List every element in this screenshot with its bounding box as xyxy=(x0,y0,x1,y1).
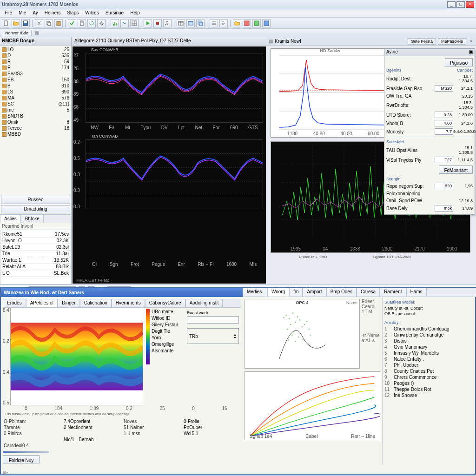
paste-icon[interactable] xyxy=(54,19,63,27)
window-icon[interactable] xyxy=(186,19,195,27)
stop-icon[interactable] xyxy=(153,19,162,27)
minimize-button[interactable]: _ xyxy=(447,1,456,8)
copy-icon[interactable] xyxy=(45,19,53,27)
fdmpanant-button[interactable]: FdMpanant xyxy=(439,165,473,174)
list-item[interactable]: 11Theppe Dolos Rot xyxy=(384,386,473,392)
lines-chart[interactable]: Sgnep 1e4CabelRarr – 1llne xyxy=(245,371,380,440)
prop-input[interactable] xyxy=(435,112,453,118)
list-item[interactable]: 4Gvio Manomavy xyxy=(384,344,473,350)
bw-tab[interactable]: Hams xyxy=(406,288,427,297)
bw-tab[interactable]: Dinger xyxy=(58,299,79,307)
tree-item[interactable]: B310 xyxy=(1,83,70,89)
bw-tab[interactable]: Medies. xyxy=(243,288,267,297)
list-item[interactable]: 9Chrers Commmonce xyxy=(384,374,473,380)
tree-view[interactable]: LO25D535P59P174SeatS3EB150B310LS690MA576… xyxy=(0,46,71,195)
tab-bhfoke[interactable]: Bhfoke xyxy=(21,215,44,223)
bw-tab[interactable]: Erodes xyxy=(3,299,26,307)
bw-tab[interactable]: Ramrent xyxy=(380,288,406,297)
table-row[interactable]: L OSL.Bek xyxy=(1,270,70,277)
prop-input[interactable] xyxy=(435,157,453,163)
spin-up-icon[interactable]: ▲ xyxy=(233,333,237,336)
table-row[interactable]: Rkome5117.5es xyxy=(1,231,70,238)
list-item[interactable]: OB Bs posouent xyxy=(384,311,473,317)
grid-icon[interactable] xyxy=(130,19,139,27)
tree-item[interactable]: P59 xyxy=(1,59,70,65)
pigasiso-button[interactable]: Pigasiso xyxy=(445,58,473,66)
folricte-button[interactable]: Folricte Nuy xyxy=(3,455,40,463)
table-row[interactable]: HvyonLO02.3K xyxy=(1,238,70,244)
table-row[interactable]: Relabt ALA88.Blk xyxy=(1,264,70,270)
list-item[interactable]: 8County Cnaties Pet xyxy=(384,368,473,374)
menu-file[interactable]: File xyxy=(2,9,15,17)
tree-item[interactable]: LS690 xyxy=(1,89,70,95)
prop-input[interactable] xyxy=(435,120,453,126)
tree-item[interactable]: me5 xyxy=(1,107,70,113)
window2-icon[interactable] xyxy=(196,19,205,27)
bw-tab[interactable]: Hvernments xyxy=(112,299,145,307)
tree-item[interactable]: SNDTB xyxy=(1,113,70,119)
bw-tab[interactable]: fm xyxy=(289,288,303,297)
bar-icon[interactable] xyxy=(210,19,218,27)
tree-item[interactable]: Fervee18 xyxy=(1,125,70,131)
open-icon[interactable] xyxy=(12,19,20,27)
nonver-tab[interactable]: Nonver IBde xyxy=(2,30,32,36)
maximize-button[interactable]: □ xyxy=(456,1,465,8)
prop-input[interactable] xyxy=(435,128,453,135)
list-item[interactable]: 6Nalee Enfalty . xyxy=(384,356,473,362)
opts-icon[interactable]: ▾ xyxy=(468,39,474,44)
list-item[interactable]: 5Irinsasiy Wy. Mardelts xyxy=(384,350,473,356)
bw-tab[interactable]: Woorg xyxy=(267,288,289,297)
bw-tab[interactable]: Caresa xyxy=(357,288,380,297)
tab-sete[interactable]: Sete Fersta xyxy=(408,38,436,45)
tree-item[interactable]: MBBD xyxy=(1,131,70,137)
russeo-button[interactable]: Russeo xyxy=(1,196,70,204)
menu-help[interactable]: Help xyxy=(127,9,143,17)
prop-input[interactable] xyxy=(435,205,453,212)
table-row[interactable]: Trie11.3aI xyxy=(1,251,70,257)
tab-mepasolele[interactable]: MePasolele xyxy=(438,38,466,45)
tree-item[interactable]: D535 xyxy=(1,53,70,59)
table-icon[interactable] xyxy=(177,19,185,27)
list-item[interactable]: 1Gheronimandhs Comlquag xyxy=(384,326,473,332)
tree-item[interactable]: Omik8 xyxy=(1,119,70,125)
prop-close-icon[interactable]: ▣ xyxy=(469,49,473,55)
list-item[interactable]: Nanuty et -st, Docer: xyxy=(384,305,473,311)
tree-item[interactable]: MA576 xyxy=(1,95,70,101)
white-chart[interactable]: HD Sandw 118040.8040.0060.00 xyxy=(271,48,390,138)
bw-tab[interactable]: APeloies of xyxy=(26,299,58,307)
play-icon[interactable] xyxy=(144,19,152,27)
bw-tab[interactable]: Amport xyxy=(303,288,326,297)
tree-item[interactable]: SeatS3 xyxy=(1,71,70,77)
menu-mie[interactable]: Mie xyxy=(16,9,29,17)
doc-icon[interactable] xyxy=(78,19,86,27)
bw-tab[interactable]: CabonsyCalore xyxy=(145,299,185,307)
wave-icon[interactable] xyxy=(120,19,129,27)
dmadailing-button[interactable]: Dmadailing xyxy=(1,205,70,213)
menu-heiners[interactable]: Heiners xyxy=(42,9,63,17)
table-row[interactable]: Wurtae 113.52K xyxy=(1,257,70,264)
spin-down-icon[interactable]: ▼ xyxy=(233,336,237,339)
gear-icon[interactable] xyxy=(97,19,106,27)
music-icon[interactable] xyxy=(163,19,172,27)
main-chart-area[interactable]: Sav CONWAB 272588896849 NWEaMtTypuDVLptN… xyxy=(73,46,266,284)
menu-slaps[interactable]: Slaps xyxy=(64,9,81,17)
table-row[interactable]: SuteLE902.3sl xyxy=(1,244,70,251)
radst-input[interactable] xyxy=(187,316,239,324)
new-icon[interactable] xyxy=(2,19,10,27)
tree-item[interactable]: SC(211) xyxy=(1,101,70,107)
folder-icon[interactable] xyxy=(233,19,241,27)
tree-item[interactable]: P174 xyxy=(1,65,70,71)
prop-input[interactable] xyxy=(435,85,453,92)
list-item[interactable]: 2Ginwrpentiy Comanatge xyxy=(384,332,473,338)
prop-input[interactable] xyxy=(435,183,453,189)
scatter-chart[interactable]: OPC 4 Name xyxy=(245,299,360,369)
cut-icon[interactable] xyxy=(35,19,43,27)
app2-icon[interactable] xyxy=(252,19,261,27)
menu-wilces[interactable]: Wilces xyxy=(82,9,101,17)
tab-aslies[interactable]: Aslies xyxy=(0,215,21,223)
bw-tab[interactable]: Aodiding mstit xyxy=(185,299,223,307)
left-table[interactable]: Rkome5117.5esHvyonLO02.3KSuteLE902.3slTr… xyxy=(0,230,71,284)
spectrogram[interactable] xyxy=(10,308,143,405)
bar2-icon[interactable] xyxy=(219,19,228,27)
save-icon[interactable] xyxy=(21,19,30,27)
